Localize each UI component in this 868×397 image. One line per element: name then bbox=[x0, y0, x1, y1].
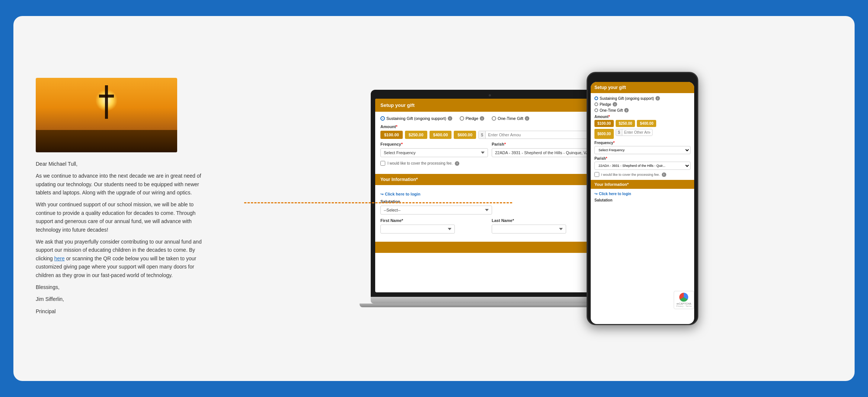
closing-text: Blessings, bbox=[36, 283, 207, 291]
phone-processing-fee-checkbox[interactable] bbox=[594, 172, 599, 177]
letter-closing: Blessings, Jim Sifferlin, Principal bbox=[36, 283, 207, 315]
laptop-form-header: Setup your gift bbox=[375, 99, 604, 112]
phone-amount-row2: $600.00 $ bbox=[594, 129, 690, 139]
phone-frequency-select[interactable]: Select Frequency bbox=[594, 146, 690, 154]
phone-pledge-radio[interactable]: Pledge i bbox=[594, 102, 690, 107]
laptop-amt-250[interactable]: $250.00 bbox=[405, 131, 427, 139]
cross-image bbox=[36, 78, 177, 152]
onetime-radio-icon bbox=[492, 116, 496, 121]
laptop-camera bbox=[489, 94, 491, 96]
phone-pledge-icon bbox=[594, 102, 598, 106]
ground-decoration bbox=[36, 130, 177, 152]
phone-amt-400[interactable]: $400.00 bbox=[637, 120, 656, 127]
phone-your-info-header: Your Information* bbox=[591, 180, 694, 189]
phone-other-amount-field[interactable] bbox=[622, 129, 652, 136]
laptop-gift-form: Setup your gift Sustaining Gift (ongoing… bbox=[375, 99, 604, 253]
recaptcha-text: reCAPTCHA bbox=[677, 302, 692, 305]
laptop-firstname-input[interactable] bbox=[380, 225, 455, 234]
phone-onetime-info: i bbox=[624, 108, 629, 112]
phone-sustaining-radio[interactable]: Sustaining Gift (ongoing support) i bbox=[594, 96, 690, 101]
laptop-lastname-input[interactable] bbox=[492, 225, 566, 234]
phone-form-header: Setup your gift bbox=[591, 82, 694, 93]
laptop-lastname-col: Last Name* bbox=[492, 218, 599, 234]
laptop-container: Setup your gift Sustaining Gift (ongoing… bbox=[371, 90, 609, 307]
letter-greeting: Dear Michael Tull, bbox=[36, 160, 207, 168]
phone-amt-100[interactable]: $100.00 bbox=[594, 120, 614, 127]
phone-processing-fee-label: I would like to cover the processing fee… bbox=[601, 173, 660, 177]
laptop-parish-label: Parish* bbox=[492, 142, 599, 146]
devices-section: Setup your gift Sustaining Gift (ongoing… bbox=[229, 72, 840, 325]
phone-container: Setup your gift Sustaining Gift (ongoing… bbox=[587, 72, 698, 325]
svg-rect-0 bbox=[105, 85, 108, 119]
laptop-foot bbox=[360, 304, 620, 307]
phone-radio-row: Sustaining Gift (ongoing support) i Pled… bbox=[594, 96, 690, 112]
phone-click-login[interactable]: ↪ Click here to login bbox=[594, 192, 690, 196]
laptop-amt-400[interactable]: $400.00 bbox=[430, 131, 452, 139]
recaptcha-privacy: Privacy - Terms bbox=[676, 305, 692, 307]
phone-login-arrow: ↪ bbox=[594, 192, 597, 196]
laptop-firstname-label: First Name* bbox=[380, 218, 488, 223]
laptop-login-text[interactable]: Click here to login bbox=[385, 192, 420, 196]
phone-frequency-label: Frequency* bbox=[594, 141, 690, 145]
laptop-lastname-label: Last Name* bbox=[492, 218, 599, 223]
laptop-parish-select[interactable]: 22ADA - 3931 - Shepherd of the Hills - Q… bbox=[492, 148, 599, 157]
laptop-pledge-radio[interactable]: Pledge i bbox=[460, 116, 484, 121]
content-area: Dear Michael Tull, As we continue to adv… bbox=[28, 27, 840, 370]
phone-gift-form: Setup your gift Sustaining Gift (ongoing… bbox=[591, 82, 694, 324]
sustaining-label: Sustaining Gift (ongoing support) bbox=[386, 116, 446, 121]
laptop-frequency-select[interactable]: Select Frequency bbox=[380, 148, 488, 157]
phone-parish-select[interactable]: 22ADA - 3931 - Shepherd of the Hills - Q… bbox=[594, 162, 690, 170]
laptop-other-amount-field[interactable] bbox=[486, 131, 523, 139]
laptop-amount-label: Amount* bbox=[380, 124, 599, 129]
phone-amt-600[interactable]: $600.00 bbox=[594, 129, 614, 139]
phone-other-amount[interactable]: $ bbox=[616, 129, 652, 136]
phone-onetime-label: One-Time Gift bbox=[600, 108, 623, 112]
phone-login-text[interactable]: Click here to login bbox=[599, 192, 631, 196]
laptop-name-row: First Name* Last Name* bbox=[380, 218, 599, 234]
outer-frame: Dear Michael Tull, As we continue to adv… bbox=[13, 16, 855, 381]
laptop-form-body: Sustaining Gift (ongoing support) i Pled… bbox=[375, 112, 604, 174]
onetime-label: One-Time Gift bbox=[498, 116, 523, 121]
letter-section: Dear Michael Tull, As we continue to adv… bbox=[28, 70, 214, 327]
phone-processing-fee-row: I would like to cover the processing fee… bbox=[594, 172, 690, 177]
phone-sustaining-label: Sustaining Gift (ongoing support) bbox=[600, 96, 654, 101]
phone-notch bbox=[628, 77, 657, 80]
laptop-base bbox=[371, 297, 609, 304]
phone-amount-row1: $100.00 $250.00 $400.00 bbox=[594, 120, 690, 127]
laptop-amt-600[interactable]: $600.00 bbox=[454, 131, 476, 139]
laptop-onetime-radio[interactable]: One-Time Gift i bbox=[492, 116, 529, 121]
cross-svg bbox=[99, 85, 114, 130]
laptop-gift-type-row: Sustaining Gift (ongoing support) i Pled… bbox=[380, 116, 599, 121]
laptop-sustaining-radio[interactable]: Sustaining Gift (ongoing support) i bbox=[380, 116, 452, 121]
laptop-freq-parish-row: Frequency* Select Frequency Parish bbox=[380, 142, 599, 157]
laptop-processing-fee-checkbox[interactable] bbox=[380, 161, 385, 166]
laptop-other-amount-input[interactable]: $ bbox=[478, 131, 599, 139]
pledge-label: Pledge bbox=[466, 116, 478, 121]
letter-link[interactable]: here bbox=[54, 255, 65, 261]
laptop-salutation-select[interactable]: --Select-- bbox=[380, 206, 492, 215]
laptop-bezel: Setup your gift Sustaining Gift (ongoing… bbox=[371, 90, 609, 297]
laptop-firstname-col: First Name* bbox=[380, 218, 488, 234]
letter-text: Dear Michael Tull, As we continue to adv… bbox=[36, 160, 207, 319]
phone-sustaining-info: i bbox=[655, 96, 660, 101]
laptop-parish-col: Parish* 22ADA - 3931 - Shepherd of the H… bbox=[492, 142, 599, 157]
laptop-frequency-label: Frequency* bbox=[380, 142, 488, 146]
phone-parish-label: Parish* bbox=[594, 156, 690, 161]
laptop-processing-fee-row: I would like to cover the processing fee… bbox=[380, 161, 599, 166]
letter-paragraph2: With your continued support of our schoo… bbox=[36, 200, 207, 234]
phone-pledge-label: Pledge bbox=[600, 102, 611, 107]
laptop-screen: Setup your gift Sustaining Gift (ongoing… bbox=[375, 99, 604, 292]
laptop-processing-fee-label: I would like to cover the processing fee… bbox=[387, 161, 453, 165]
phone-dollar-sign: $ bbox=[616, 129, 622, 136]
phone-amt-250[interactable]: $250.00 bbox=[616, 120, 635, 127]
laptop-amount-buttons: $100.00 $250.00 $400.00 $600.00 $ bbox=[380, 131, 599, 139]
sustaining-radio-icon bbox=[380, 116, 385, 121]
laptop-click-login[interactable]: ↪ Click here to login bbox=[380, 192, 599, 196]
phone-onetime-radio[interactable]: One-Time Gift i bbox=[594, 108, 690, 112]
phone-sustaining-icon bbox=[594, 96, 598, 100]
letter-paragraph3: We ask that you prayerfully consider con… bbox=[36, 238, 207, 279]
phone-screen: Setup your gift Sustaining Gift (ongoing… bbox=[591, 82, 694, 324]
onetime-info-icon: i bbox=[525, 116, 529, 121]
laptop-amt-100[interactable]: $100.00 bbox=[380, 131, 403, 139]
login-arrow-icon: ↪ bbox=[380, 192, 383, 196]
